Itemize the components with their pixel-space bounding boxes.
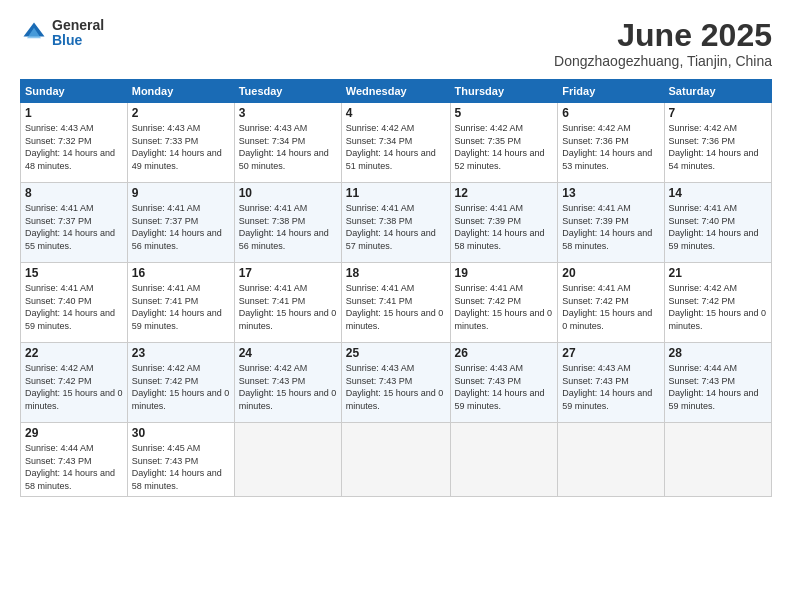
week-row-3: 15 Sunrise: 4:41 AMSunset: 7:40 PMDaylig… [21,263,772,343]
col-thursday: Thursday [450,80,558,103]
week-row-1: 1 Sunrise: 4:43 AMSunset: 7:32 PMDayligh… [21,103,772,183]
day-3: 3 Sunrise: 4:43 AMSunset: 7:34 PMDayligh… [234,103,341,183]
day-6: 6 Sunrise: 4:42 AMSunset: 7:36 PMDayligh… [558,103,664,183]
day-25: 25 Sunrise: 4:43 AMSunset: 7:43 PMDaylig… [341,343,450,423]
day-14: 14 Sunrise: 4:41 AMSunset: 7:40 PMDaylig… [664,183,771,263]
empty-cell-2 [341,423,450,496]
col-tuesday: Tuesday [234,80,341,103]
day-11: 11 Sunrise: 4:41 AMSunset: 7:38 PMDaylig… [341,183,450,263]
calendar-header-row: Sunday Monday Tuesday Wednesday Thursday… [21,80,772,103]
week-row-2: 8 Sunrise: 4:41 AMSunset: 7:37 PMDayligh… [21,183,772,263]
title-block: June 2025 Dongzhaogezhuang, Tianjin, Chi… [554,18,772,69]
col-wednesday: Wednesday [341,80,450,103]
logo: General Blue [20,18,104,49]
day-15: 15 Sunrise: 4:41 AMSunset: 7:40 PMDaylig… [21,263,128,343]
day-30: 30 Sunrise: 4:45 AMSunset: 7:43 PMDaylig… [127,423,234,496]
day-24: 24 Sunrise: 4:42 AMSunset: 7:43 PMDaylig… [234,343,341,423]
day-4: 4 Sunrise: 4:42 AMSunset: 7:34 PMDayligh… [341,103,450,183]
day-13: 13 Sunrise: 4:41 AMSunset: 7:39 PMDaylig… [558,183,664,263]
calendar-table: Sunday Monday Tuesday Wednesday Thursday… [20,79,772,496]
col-saturday: Saturday [664,80,771,103]
day-28: 28 Sunrise: 4:44 AMSunset: 7:43 PMDaylig… [664,343,771,423]
day-27: 27 Sunrise: 4:43 AMSunset: 7:43 PMDaylig… [558,343,664,423]
day-10: 10 Sunrise: 4:41 AMSunset: 7:38 PMDaylig… [234,183,341,263]
empty-cell-3 [450,423,558,496]
day-8: 8 Sunrise: 4:41 AMSunset: 7:37 PMDayligh… [21,183,128,263]
day-26: 26 Sunrise: 4:43 AMSunset: 7:43 PMDaylig… [450,343,558,423]
logo-text: General Blue [52,18,104,49]
logo-icon [20,19,48,47]
day-7: 7 Sunrise: 4:42 AMSunset: 7:36 PMDayligh… [664,103,771,183]
week-row-4: 22 Sunrise: 4:42 AMSunset: 7:42 PMDaylig… [21,343,772,423]
day-29: 29 Sunrise: 4:44 AMSunset: 7:43 PMDaylig… [21,423,128,496]
day-20: 20 Sunrise: 4:41 AMSunset: 7:42 PMDaylig… [558,263,664,343]
day-1: 1 Sunrise: 4:43 AMSunset: 7:32 PMDayligh… [21,103,128,183]
day-16: 16 Sunrise: 4:41 AMSunset: 7:41 PMDaylig… [127,263,234,343]
header: General Blue June 2025 Dongzhaogezhuang,… [20,18,772,69]
day-5: 5 Sunrise: 4:42 AMSunset: 7:35 PMDayligh… [450,103,558,183]
col-friday: Friday [558,80,664,103]
day-21: 21 Sunrise: 4:42 AMSunset: 7:42 PMDaylig… [664,263,771,343]
day-19: 19 Sunrise: 4:41 AMSunset: 7:42 PMDaylig… [450,263,558,343]
day-22: 22 Sunrise: 4:42 AMSunset: 7:42 PMDaylig… [21,343,128,423]
col-sunday: Sunday [21,80,128,103]
empty-cell-1 [234,423,341,496]
main-container: General Blue June 2025 Dongzhaogezhuang,… [0,0,792,612]
day-17: 17 Sunrise: 4:41 AMSunset: 7:41 PMDaylig… [234,263,341,343]
week-row-5: 29 Sunrise: 4:44 AMSunset: 7:43 PMDaylig… [21,423,772,496]
logo-general-text: General [52,18,104,33]
day-12: 12 Sunrise: 4:41 AMSunset: 7:39 PMDaylig… [450,183,558,263]
col-monday: Monday [127,80,234,103]
day-9: 9 Sunrise: 4:41 AMSunset: 7:37 PMDayligh… [127,183,234,263]
day-2: 2 Sunrise: 4:43 AMSunset: 7:33 PMDayligh… [127,103,234,183]
logo-blue-text: Blue [52,33,104,48]
location: Dongzhaogezhuang, Tianjin, China [554,53,772,69]
empty-cell-4 [558,423,664,496]
empty-cell-5 [664,423,771,496]
month-title: June 2025 [554,18,772,53]
day-23: 23 Sunrise: 4:42 AMSunset: 7:42 PMDaylig… [127,343,234,423]
day-18: 18 Sunrise: 4:41 AMSunset: 7:41 PMDaylig… [341,263,450,343]
